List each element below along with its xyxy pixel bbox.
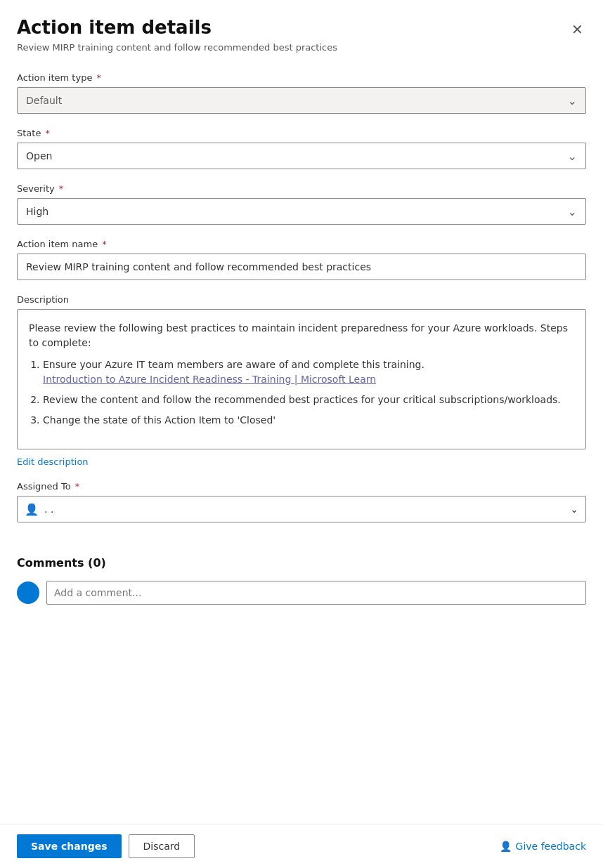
severity-field: Severity * High ⌄ <box>17 183 586 225</box>
save-changes-button[interactable]: Save changes <box>17 834 122 858</box>
training-link[interactable]: Introduction to Azure Incident Readiness… <box>43 374 376 385</box>
panel-title: Action item details <box>17 17 212 39</box>
severity-label: Severity * <box>17 183 586 194</box>
edit-description-link[interactable]: Edit description <box>17 456 89 467</box>
footer-actions: Save changes Discard <box>17 834 195 858</box>
comment-input-row <box>17 581 586 605</box>
comments-title: Comments (0) <box>17 556 586 570</box>
feedback-icon: 👤 <box>500 841 512 852</box>
action-item-type-field: Action item type * Default ⌄ <box>17 72 586 114</box>
panel-header: Action item details ✕ <box>17 17 586 39</box>
comment-input[interactable] <box>46 581 586 605</box>
required-star: * <box>42 128 50 138</box>
description-step-1: Ensure your Azure IT team members are aw… <box>43 357 574 387</box>
close-button[interactable]: ✕ <box>569 20 586 39</box>
comments-section: Comments (0) <box>17 556 586 605</box>
severity-select[interactable]: High ⌄ <box>17 198 586 225</box>
assigned-to-select[interactable]: 👤 . . ⌄ <box>17 496 586 522</box>
chevron-down-icon: ⌄ <box>570 504 578 515</box>
user-icon: 👤 <box>25 503 39 516</box>
assigned-to-field: Assigned To * 👤 . . ⌄ <box>17 481 586 522</box>
chevron-down-icon: ⌄ <box>568 150 577 163</box>
required-star: * <box>72 481 80 492</box>
chevron-down-icon: ⌄ <box>568 94 577 107</box>
description-content: Please review the following best practic… <box>17 309 586 449</box>
description-step-2: Review the content and follow the recomm… <box>43 393 574 407</box>
action-item-type-select[interactable]: Default ⌄ <box>17 87 586 114</box>
action-item-type-label: Action item type * <box>17 72 586 83</box>
avatar <box>17 581 39 604</box>
footer: Save changes Discard 👤 Give feedback <box>0 824 603 868</box>
action-item-panel: Action item details ✕ Review MIRP traini… <box>0 0 603 868</box>
description-steps: Ensure your Azure IT team members are aw… <box>29 357 574 428</box>
state-label: State * <box>17 128 586 138</box>
action-item-name-field: Action item name * <box>17 239 586 280</box>
discard-button[interactable]: Discard <box>129 834 195 858</box>
assigned-to-label: Assigned To * <box>17 481 586 492</box>
required-star: * <box>56 183 64 194</box>
panel-subtitle: Review MIRP training content and follow … <box>17 42 586 53</box>
description-intro: Please review the following best practic… <box>29 321 574 350</box>
state-select[interactable]: Open ⌄ <box>17 143 586 169</box>
chevron-down-icon: ⌄ <box>568 205 577 218</box>
footer-spacer <box>17 605 586 661</box>
assigned-to-value: . . <box>44 504 53 515</box>
required-star: * <box>99 239 107 249</box>
description-label: Description <box>17 294 586 305</box>
description-field: Description Please review the following … <box>17 294 586 467</box>
action-item-name-label: Action item name * <box>17 239 586 249</box>
state-field: State * Open ⌄ <box>17 128 586 169</box>
action-item-name-input[interactable] <box>17 254 586 280</box>
give-feedback-button[interactable]: 👤 Give feedback <box>500 841 586 852</box>
required-star: * <box>93 72 101 83</box>
description-step-3: Change the state of this Action Item to … <box>43 413 574 428</box>
